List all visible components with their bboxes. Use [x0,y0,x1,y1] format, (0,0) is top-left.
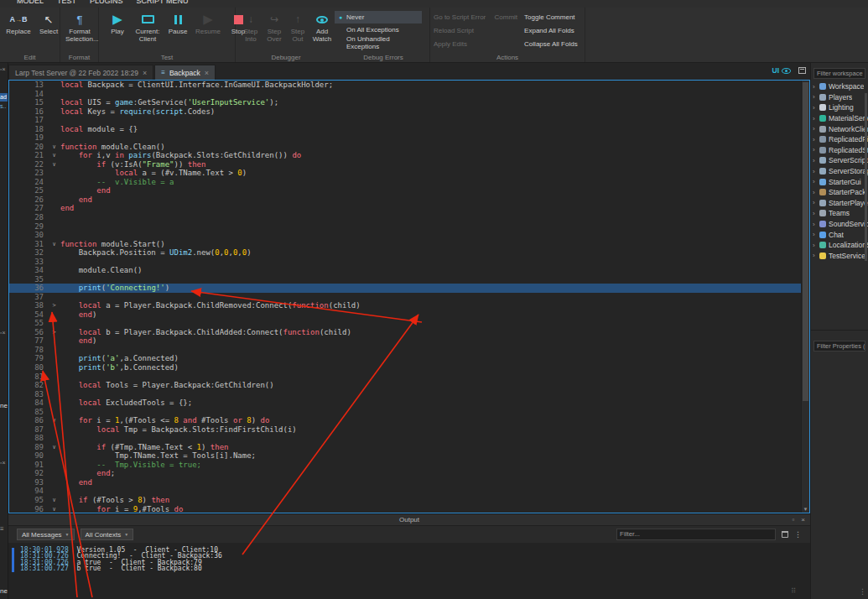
left-panel-item[interactable]: s.. [0,103,8,109]
fold-arrow-icon[interactable]: ∨ [48,416,60,425]
fold-arrow-icon[interactable]: ∨ [48,443,60,452]
line-number[interactable]: 80 [9,363,48,372]
chevron-right-icon[interactable]: › [813,242,819,249]
explorer-item-startergui[interactable]: ›StarterGui [811,176,868,187]
explorer-item-replicatedfirst[interactable]: ›ReplicatedFirst [811,134,868,145]
chevron-right-icon[interactable]: › [813,125,819,133]
explorer-item-serverscriptservice[interactable]: ›ServerScriptService [811,155,868,166]
debug-option-never[interactable]: ●Never [335,11,422,23]
dock-options-icon[interactable]: ⋮ [859,587,866,596]
explorer-item-starterpack[interactable]: ›StarterPack [811,187,868,198]
output-options-icon[interactable]: ⋮ [794,530,802,539]
code-line[interactable]: 23 local a = (#v.TName.Text > 0) [9,169,801,178]
explorer-item-replicatedstorage[interactable]: ›ReplicatedStorage [811,145,868,156]
select-button[interactable]: ↖ Select [34,10,64,36]
explorer-item-starterplayer[interactable]: ›StarterPlayer [811,198,868,209]
code-line[interactable]: 88 [9,434,801,443]
code-line[interactable]: 35 [9,275,801,284]
code-line[interactable]: 56> local b = Player.Backpack.ChildAdded… [9,328,801,337]
chevron-right-icon[interactable]: › [813,189,819,196]
clear-output-icon[interactable] [782,531,788,538]
fold-arrow-icon[interactable]: ∨ [48,160,60,169]
chevron-right-icon[interactable]: › [813,221,819,228]
code-line[interactable]: 55 [9,319,801,328]
code-line[interactable]: 36 print('Connecting!') [9,284,801,293]
tab-close-icon[interactable]: × [205,69,209,77]
code-line[interactable]: 79 print('a',a.Connected) [9,354,801,363]
code-line[interactable]: 95∨ if (#Tools > 8) then [9,496,801,505]
code-line[interactable]: 87 local Tmp = Backpack.Slots:FindFirstC… [9,425,801,435]
action-expand-all-folds[interactable]: Expand All Folds [524,25,581,36]
explorer-item-localizationservice[interactable]: ›LocalizationService [811,240,868,251]
explorer-item-testservice[interactable]: ›TestService [811,251,868,262]
chevron-right-icon[interactable]: › [813,146,819,154]
code-line[interactable]: 54 end) [9,310,801,320]
line-number[interactable]: 36 [9,284,48,293]
chevron-right-icon[interactable]: › [813,93,819,101]
line-number[interactable]: 55 [9,319,48,328]
menu-test[interactable]: TEST [57,0,76,5]
add-watch-button[interactable]: Add Watch [309,10,335,44]
code-line[interactable]: 83 [9,390,801,399]
fold-arrow-icon[interactable]: ∨ [48,496,60,505]
line-number[interactable]: 87 [9,425,48,435]
code-line[interactable]: 24 -- v.Visible = a [9,178,801,187]
code-line[interactable]: 94 [9,487,801,496]
line-number[interactable]: 13 [9,81,48,90]
line-number[interactable]: 18 [9,125,48,134]
code-line[interactable]: 85 [9,408,801,417]
code-line[interactable]: 21∨ for i,v in pairs(Backpack.Slots:GetC… [9,151,801,160]
menu-plugins[interactable]: PLUGINS [90,0,123,5]
code-line[interactable]: 29 [9,222,801,232]
line-number[interactable]: 56 [9,328,48,337]
code-line[interactable]: 33 [9,258,801,267]
line-number[interactable]: 94 [9,487,48,496]
line-number[interactable]: 89 [9,443,48,452]
code-line[interactable]: 38> local a = Player.Backpack.ChildRemov… [9,301,801,310]
line-number[interactable]: 88 [9,434,48,443]
chevron-right-icon[interactable]: › [813,252,819,259]
line-number[interactable]: 34 [9,266,48,275]
explorer-item-serverstorage[interactable]: ›ServerStorage [811,166,868,177]
code-line[interactable]: 20∨function module.Clean() [9,143,801,152]
line-number[interactable]: 92 [9,469,48,478]
chevron-right-icon[interactable]: › [813,115,819,122]
explorer-item-soundservice[interactable]: ›SoundService [811,219,868,230]
code-line[interactable]: 18local module = {} [9,125,801,134]
code-line[interactable]: 16local Keys = require(script.Codes) [9,107,801,117]
line-number[interactable]: 85 [9,408,48,417]
code-line[interactable]: 13local Backpack = ClientUI.Interface.In… [9,81,801,90]
chevron-right-icon[interactable]: › [813,168,819,175]
line-number[interactable]: 27 [9,204,48,213]
line-number[interactable]: 79 [9,354,48,363]
line-number[interactable]: 91 [9,461,48,470]
code-line[interactable]: 96∨ for i = 9,#Tools do [9,505,801,513]
current-client-button[interactable]: Current: Client [133,10,163,44]
ui-visibility-toggle[interactable]: UI [772,66,792,75]
line-number[interactable]: 84 [9,398,48,408]
code-area[interactable]: 13local Backpack = ClientUI.Interface.In… [9,81,801,513]
code-line[interactable]: 22∨ if (v:IsA("Frame")) then [9,160,801,169]
left-panel-selected-item[interactable]: ad [0,93,8,102]
code-line[interactable]: 78 [9,346,801,355]
line-number[interactable]: 35 [9,275,48,284]
line-number[interactable]: 81 [9,372,48,382]
explorer-item-chat[interactable]: ›Chat [811,229,868,240]
line-number[interactable]: 32 [9,248,48,258]
code-line[interactable]: 93 end [9,478,801,487]
chevron-right-icon[interactable]: › [813,210,819,217]
float-window-icon[interactable] [798,67,806,74]
code-line[interactable]: 19 [9,133,801,143]
action-collapse-all-folds[interactable]: Collapse All Folds [524,39,581,49]
code-line[interactable]: 89∨ if (#Tmp.TName.Text < 1) then [9,443,801,452]
fold-arrow-icon[interactable]: > [48,328,60,337]
code-line[interactable]: 80 print('b',b.Connected) [9,363,801,372]
properties-filter-input[interactable]: Filter Properties (C [813,341,865,352]
explorer-item-players[interactable]: ›Players [811,92,868,103]
fold-arrow-icon[interactable]: > [48,301,60,310]
chevron-right-icon[interactable]: › [813,104,819,112]
explorer-item-materialservice[interactable]: ›MaterialService [811,113,868,124]
line-number[interactable]: 78 [9,346,48,355]
fold-arrow-icon[interactable]: ∨ [48,151,60,160]
tab-close-icon[interactable]: × [143,69,147,77]
